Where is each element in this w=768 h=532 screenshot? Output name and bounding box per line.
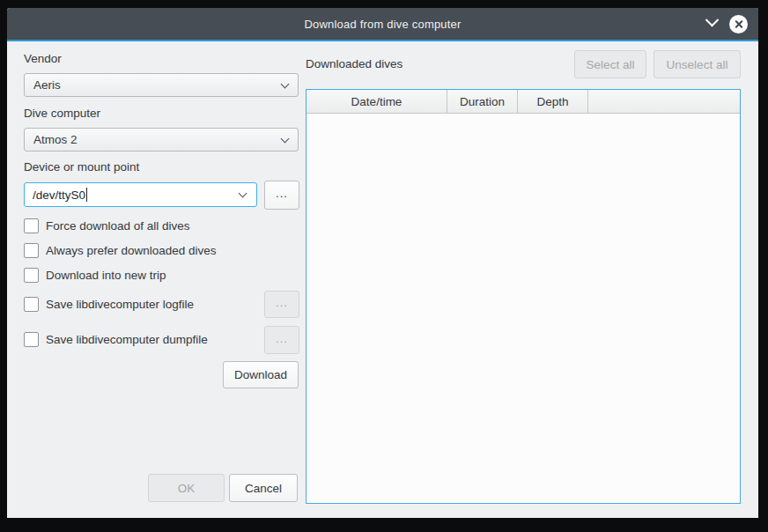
download-button[interactable]: Download bbox=[223, 361, 299, 388]
dive-computer-select[interactable]: Atmos 2 bbox=[24, 128, 299, 151]
table-header-row: Date/time Duration Depth bbox=[306, 90, 740, 114]
browse-button-label: ... bbox=[276, 296, 288, 309]
vendor-select[interactable]: Aeris bbox=[24, 73, 299, 97]
vendor-label: Vendor bbox=[24, 52, 62, 65]
checkbox-label: Force download of all dives bbox=[46, 219, 190, 233]
checkbox-row-dumpfile[interactable]: Save libdivecomputer dumpfile bbox=[24, 332, 208, 347]
text-cursor bbox=[86, 188, 87, 202]
checkbox[interactable] bbox=[24, 332, 39, 347]
chevron-down-icon bbox=[281, 134, 290, 143]
dive-computer-value: Atmos 2 bbox=[33, 133, 78, 146]
checkbox-row-force-download[interactable]: Force download of all dives bbox=[24, 218, 190, 233]
column-header-depth[interactable]: Depth bbox=[518, 90, 588, 113]
checkbox[interactable] bbox=[24, 218, 39, 233]
chevron-down-icon bbox=[239, 189, 247, 198]
column-header-datetime[interactable]: Date/time bbox=[306, 90, 447, 113]
checkbox-label: Save libdivecomputer dumpfile bbox=[46, 333, 208, 346]
downloaded-dives-table[interactable]: Date/time Duration Depth bbox=[306, 89, 741, 504]
select-all-button[interactable]: Select all bbox=[574, 50, 646, 78]
dive-computer-label: Dive computer bbox=[24, 107, 100, 120]
checkbox-row-prefer-downloaded[interactable]: Always prefer downloaded dives bbox=[24, 243, 217, 258]
close-icon bbox=[734, 19, 743, 29]
chevron-down-icon[interactable] bbox=[705, 13, 720, 27]
cancel-button[interactable]: Cancel bbox=[229, 474, 298, 502]
checkbox-row-logfile[interactable]: Save libdivecomputer logfile bbox=[24, 297, 194, 312]
device-value: /dev/ttyS0 bbox=[33, 188, 85, 202]
checkbox-row-new-trip[interactable]: Download into new trip bbox=[24, 268, 166, 283]
ok-button[interactable]: OK bbox=[148, 474, 225, 502]
download-dialog-window: Download from dive computer Vendor Aeris… bbox=[7, 8, 758, 518]
column-header-duration[interactable]: Duration bbox=[447, 90, 518, 113]
device-label: Device or mount point bbox=[24, 160, 139, 174]
chevron-down-icon bbox=[281, 79, 290, 88]
logfile-browse-button[interactable]: ... bbox=[264, 291, 299, 318]
column-header-empty bbox=[588, 90, 740, 113]
browse-button-label: ... bbox=[276, 187, 288, 200]
browse-button-label: ... bbox=[276, 332, 288, 345]
checkbox-label: Always prefer downloaded dives bbox=[46, 244, 217, 257]
close-button[interactable] bbox=[729, 15, 748, 33]
titlebar-accent-line bbox=[7, 40, 758, 41]
unselect-all-button[interactable]: Unselect all bbox=[654, 50, 741, 78]
table-body-empty[interactable] bbox=[306, 114, 740, 503]
checkbox[interactable] bbox=[24, 243, 39, 258]
checkbox-label: Save libdivecomputer logfile bbox=[46, 298, 194, 311]
checkbox[interactable] bbox=[24, 297, 39, 312]
checkbox[interactable] bbox=[24, 268, 39, 283]
vendor-value: Aeris bbox=[33, 78, 61, 92]
titlebar[interactable]: Download from dive computer bbox=[7, 8, 758, 40]
window-title: Download from dive computer bbox=[304, 18, 461, 31]
dumpfile-browse-button[interactable]: ... bbox=[264, 326, 299, 354]
device-browse-button[interactable]: ... bbox=[264, 181, 299, 210]
checkbox-label: Download into new trip bbox=[46, 269, 166, 282]
device-input[interactable]: /dev/ttyS0 bbox=[24, 182, 257, 207]
downloaded-dives-title: Downloaded dives bbox=[306, 57, 402, 70]
